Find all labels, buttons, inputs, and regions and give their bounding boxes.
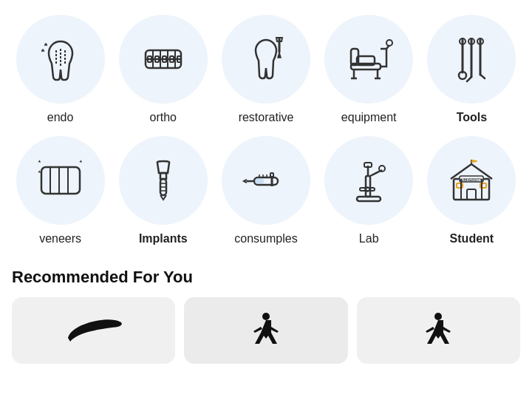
jordan2-product-img	[357, 297, 520, 364]
svg-point-60	[262, 313, 270, 320]
veneers-icon	[35, 155, 86, 206]
svg-rect-46	[360, 188, 375, 191]
lab-icon	[344, 155, 394, 206]
category-item-equipment[interactable]: equipment	[321, 15, 417, 124]
rec-card-jordan2[interactable]	[357, 297, 520, 364]
category-item-veneers[interactable]: veneers	[12, 136, 109, 245]
consumples-label: consumples	[234, 232, 297, 245]
svg-rect-38	[270, 173, 273, 177]
tools-label: Tools	[457, 111, 487, 124]
lab-icon-circle	[324, 136, 413, 225]
category-item-endo[interactable]: endo	[12, 15, 109, 124]
category-item-tools[interactable]: Tools	[423, 15, 520, 124]
nike-swoosh-icon	[64, 316, 123, 345]
recommended-cards	[12, 297, 520, 364]
ortho-icon-circle	[119, 15, 208, 104]
restorative-icon-circle	[222, 15, 310, 104]
category-item-consumples[interactable]: consumples	[217, 136, 314, 245]
implants-icon	[138, 155, 188, 206]
equipment-icon-circle	[324, 15, 413, 104]
endo-label: endo	[47, 111, 74, 124]
category-item-lab[interactable]: Lab	[321, 136, 417, 245]
svg-rect-52	[467, 189, 476, 200]
recommended-section: Recommended For You	[0, 253, 532, 371]
jordan-product-img	[184, 297, 347, 364]
rec-card-nike[interactable]	[12, 297, 175, 364]
svg-point-15	[386, 40, 392, 46]
restorative-icon	[241, 34, 291, 84]
nike-product-img	[12, 297, 175, 364]
categories-grid: endo	[12, 15, 520, 245]
implants-label: Implants	[139, 232, 188, 245]
recommended-title: Recommended For You	[12, 268, 520, 287]
categories-section: endo	[0, 0, 532, 253]
student-icon-circle: UNIVERSITY	[427, 136, 516, 225]
jordan2-jumpman-icon	[420, 311, 457, 351]
equipment-icon	[344, 34, 394, 84]
category-item-ortho[interactable]: ortho	[115, 15, 211, 124]
svg-text:UNIVERSITY: UNIVERSITY	[462, 178, 482, 182]
jordan-jumpman-icon	[248, 311, 284, 351]
implants-icon-circle	[119, 136, 208, 225]
svg-rect-45	[366, 176, 370, 197]
veneers-label: veneers	[39, 232, 81, 245]
svg-rect-27	[41, 167, 80, 194]
ortho-label: ortho	[150, 111, 177, 124]
svg-point-61	[434, 313, 442, 320]
endo-icon-circle	[16, 15, 105, 104]
student-icon: UNIVERSITY	[446, 155, 497, 206]
rec-card-jordan[interactable]	[184, 297, 347, 364]
consumples-icon	[241, 155, 291, 206]
category-item-student[interactable]: UNIVERSITY Student	[423, 136, 520, 245]
student-label: Student	[450, 232, 494, 245]
tools-icon	[446, 34, 497, 84]
equipment-label: equipment	[341, 111, 397, 124]
restorative-label: restorative	[239, 111, 294, 124]
veneers-icon-circle	[16, 136, 105, 225]
consumples-icon-circle	[222, 136, 310, 225]
tools-icon-circle	[427, 15, 516, 104]
category-item-restorative[interactable]: restorative	[217, 15, 314, 124]
svg-rect-43	[255, 178, 264, 184]
svg-rect-49	[364, 163, 372, 167]
lab-label: Lab	[359, 232, 379, 245]
endo-icon	[35, 34, 86, 84]
ortho-icon	[138, 34, 188, 84]
category-item-implants[interactable]: Implants	[115, 136, 211, 245]
